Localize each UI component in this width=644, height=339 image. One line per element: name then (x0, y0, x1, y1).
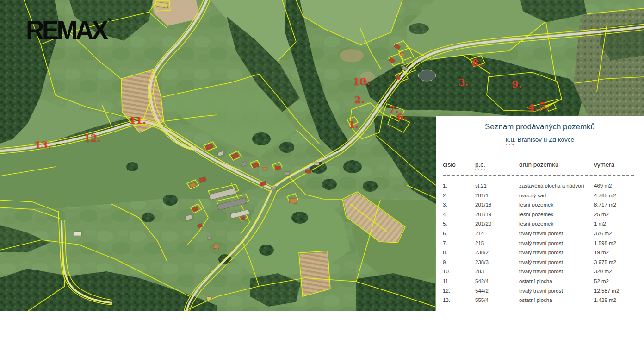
table-row: 10. 283 trvalý travní porost 320 m2 (436, 267, 644, 276)
map-parcel-label-7: 7. (389, 104, 399, 114)
table-row: 2. 281/1 ovocný sad 4.765 m2 (436, 191, 644, 201)
panel-subtitle: k.ú. Branišov u Zdíkovce (440, 136, 639, 143)
map-parcel-label-10: 10. (353, 76, 370, 86)
row-land-type: trvalý travní porost (519, 248, 594, 257)
map-parcel-label-9: 9. (512, 79, 522, 89)
row-area: 1.429 m2 (594, 295, 644, 305)
row-parcel: 215 (475, 239, 519, 248)
parcel-list-panel: Seznam prodávaných pozemků k.ú. Branišov… (436, 116, 644, 339)
row-land-type: trvalý travní porost (519, 257, 594, 267)
dashed-divider (443, 175, 634, 176)
table-row: 11. 542/4 ostatní plocha 52 m2 (436, 276, 644, 286)
row-land-type: ovocný sad (519, 191, 594, 201)
row-land-type: lesní pozemek (519, 210, 594, 220)
row-parcel: 283 (475, 267, 519, 276)
row-area: 3.975 m2 (594, 257, 644, 267)
map-parcel-label-13: 13. (34, 140, 51, 150)
parcel-table: 1. st.21 zastavěná plocha a nádvoří 469 … (436, 181, 644, 305)
table-row: 1. st.21 zastavěná plocha a nádvoří 469 … (436, 181, 644, 191)
remax-logo: REMAX® (26, 17, 112, 44)
table-row: 6. 214 trvalý travní porost 376 m2 (436, 229, 644, 239)
pond (418, 70, 436, 81)
panel-title: Seznam prodávaných pozemků (440, 122, 639, 132)
row-area: 320 m2 (594, 267, 644, 276)
table-row: 5. 201/20 lesní pozemek 1 m2 (436, 219, 644, 229)
row-number: 3. (443, 200, 475, 210)
map-parcel-label-12: 12. (84, 133, 101, 143)
map-parcel-label-1: 1. (348, 119, 359, 129)
map-parcel-label-2: 2. (354, 94, 365, 104)
table-row: 12. 544/2 trvalý travní porost 12.587 m2 (436, 286, 644, 296)
row-land-type: lesní pozemek (519, 219, 594, 229)
row-number: 4. (443, 210, 475, 220)
row-area: 469 m2 (594, 181, 644, 191)
row-area: 4.765 m2 (594, 191, 644, 201)
row-area: 376 m2 (594, 229, 644, 239)
row-area: 52 m2 (594, 276, 644, 286)
row-area: 1.598 m2 (594, 239, 644, 248)
row-land-type: trvalý travní porost (519, 229, 594, 239)
row-land-type: ostatní plocha (519, 276, 594, 286)
table-row: 3. 201/18 lesní pozemek 8.717 m2 (436, 200, 644, 210)
row-area: 19 m2 (594, 248, 644, 257)
row-number: 6. (443, 229, 475, 239)
row-number: 10. (443, 267, 475, 276)
row-land-type: trvalý travní porost (519, 267, 594, 276)
row-area: 8.717 m2 (594, 200, 644, 210)
table-row: 8. 238/2 trvalý travní porost 19 m2 (436, 248, 644, 257)
row-area: 25 m2 (594, 210, 644, 220)
table-row: 13. 555/4 ostatní plocha 1.429 m2 (436, 295, 644, 305)
map-parcel-label-5: 5. (539, 101, 550, 111)
map-parcel-label-4: 4. (528, 102, 538, 112)
map-parcel-label-8: 8. (472, 58, 482, 68)
row-parcel: 201/19 (475, 210, 519, 220)
row-parcel: 201/18 (475, 200, 519, 210)
header-parcel: p.č. (475, 161, 519, 168)
row-parcel: 555/4 (475, 295, 519, 305)
row-number: 2. (443, 191, 475, 201)
row-land-type: trvalý travní porost (519, 286, 594, 296)
subtitle-abbreviation: k.ú (506, 136, 514, 143)
row-number: 8. (443, 248, 475, 257)
row-area: 1 m2 (594, 219, 644, 229)
table-row: 4. 201/19 lesní pozemek 25 m2 (436, 210, 644, 220)
row-parcel: 542/4 (475, 276, 519, 286)
row-number: 1. (443, 181, 475, 191)
row-parcel: 281/1 (475, 191, 519, 201)
row-parcel: 201/20 (475, 219, 519, 229)
row-number: 11. (443, 276, 475, 286)
header-number: číslo (443, 161, 475, 168)
row-parcel: 238/3 (475, 257, 519, 267)
row-parcel: 238/2 (475, 248, 519, 257)
row-number: 12. (443, 286, 475, 296)
row-number: 13. (443, 295, 475, 305)
header-land-type: druh pozemku (519, 161, 594, 168)
table-row: 7. 215 trvalý travní porost 1.598 m2 (436, 239, 644, 248)
row-parcel: st.21 (475, 181, 519, 191)
remax-logo-text: REMAX (26, 15, 106, 45)
row-land-type: lesní pozemek (519, 200, 594, 210)
subtitle-location: . Branišov u Zdíkovce (514, 136, 574, 143)
map-parcel-label-3: 3. (458, 77, 469, 87)
map-parcel-label-11: 11. (129, 115, 146, 125)
row-number: 5. (443, 219, 475, 229)
row-land-type: zastavěná plocha a nádvoří (519, 181, 594, 191)
row-land-type: ostatní plocha (519, 295, 594, 305)
table-header-row: číslo p.č. druh pozemku výměra (436, 161, 644, 168)
row-parcel: 544/2 (475, 286, 519, 296)
row-area: 12.587 m2 (594, 286, 644, 296)
registered-trademark-icon: ® (108, 16, 112, 23)
header-area: výměra (594, 161, 644, 168)
row-number: 7. (443, 239, 475, 248)
row-parcel: 214 (475, 229, 519, 239)
table-row: 9. 238/3 trvalý travní porost 3.975 m2 (436, 257, 644, 267)
row-number: 9. (443, 257, 475, 267)
row-land-type: trvalý travní porost (519, 239, 594, 248)
